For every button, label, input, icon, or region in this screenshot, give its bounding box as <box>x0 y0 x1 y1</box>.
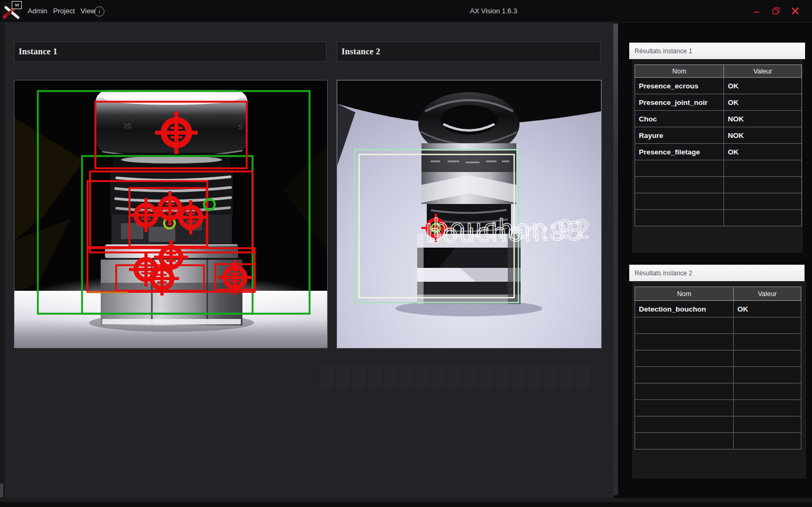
result-value <box>724 160 802 177</box>
result-name <box>635 334 734 350</box>
results2-panel-body: Nom Valeur Detection_bouchonOK <box>632 281 805 478</box>
instance1-header: Instance 1 <box>14 42 327 62</box>
table-row <box>635 317 801 334</box>
app-logo-icon: Vi <box>2 1 22 21</box>
ghost-annotation: bouchon:93 bouchon:92 <box>425 213 591 248</box>
window-controls <box>752 0 799 22</box>
table-row <box>635 383 801 400</box>
table-row <box>635 160 802 177</box>
result-name <box>635 160 724 177</box>
annotation-text: bouchon:92 <box>433 213 592 244</box>
menu-view[interactable]: View <box>80 7 95 15</box>
result-name: Detection_bouchon <box>635 301 734 317</box>
results1-panel-body: Nom Valeur Presence_ecrousOKPresence_joi… <box>632 59 802 252</box>
menu-admin[interactable]: Admin <box>28 7 47 15</box>
result-value: NOK <box>724 127 802 144</box>
app-window: Vi Admin Project View i AX Vision 1.6.3 <box>0 0 812 507</box>
result-value <box>734 334 801 350</box>
result-name <box>635 193 724 210</box>
result-name <box>635 416 734 433</box>
result-value <box>734 416 801 433</box>
result-name: Presence_ecrous <box>635 78 724 94</box>
info-icon[interactable]: i <box>94 6 104 17</box>
result-value <box>734 400 801 416</box>
result-value <box>734 367 801 383</box>
cap-marking-s: S <box>238 123 243 131</box>
left-edge-shade <box>0 22 5 498</box>
result-name <box>635 433 734 449</box>
left-tick <box>0 484 3 497</box>
result-value: OK <box>734 301 801 317</box>
title-bar: Vi Admin Project View i AX Vision 1.6.3 <box>0 0 812 22</box>
app-title: AX Vision 1.6.3 <box>470 7 517 15</box>
result-value: OK <box>724 144 802 160</box>
instance1-title: Instance 1 <box>19 47 58 56</box>
column-header-valeur: Valeur <box>734 287 801 301</box>
result-value <box>734 383 801 400</box>
table-row: Presence_joint_noirOK <box>635 94 802 111</box>
result-value <box>734 317 801 334</box>
bottom-strip <box>0 498 812 502</box>
instance1-image: 25 S <box>14 80 328 348</box>
result-name <box>635 400 734 416</box>
column-header-valeur: Valeur <box>724 65 802 78</box>
instance1-photo: 25 S <box>14 80 327 348</box>
column-header-nom: Nom <box>635 287 734 301</box>
table-row <box>635 433 801 449</box>
result-name <box>635 177 724 193</box>
logo-badge: Vi <box>12 1 22 9</box>
result-value <box>724 193 802 210</box>
table-row: Detection_bouchonOK <box>635 301 801 317</box>
table-row <box>635 334 801 350</box>
ghost-artifact <box>320 365 589 389</box>
result-value <box>734 433 801 449</box>
instance2-photo: bouchon:93 bouchon:92 <box>337 80 601 348</box>
table-row: ChocNOK <box>635 111 802 127</box>
result-name: Rayure <box>635 127 724 144</box>
maximize-button[interactable] <box>772 7 780 15</box>
cap-marking-25: 25 <box>124 122 131 130</box>
results1-panel-header: Résultats instance 1 <box>629 43 805 59</box>
result-name <box>635 350 734 367</box>
table-row <box>635 367 801 383</box>
menu-bar: Admin Project View <box>28 0 95 22</box>
instance2-header: Instance 2 <box>337 42 600 62</box>
results1-table: Nom Valeur Presence_ecrousOKPresence_joi… <box>635 64 802 226</box>
gland-part-2 <box>417 92 521 304</box>
result-value <box>724 210 802 226</box>
table-row: RayureNOK <box>635 127 802 144</box>
table-row: Presence_filetageOK <box>635 144 802 160</box>
instance2-title: Instance 2 <box>342 47 380 56</box>
table-row: Presence_ecrousOK <box>635 78 802 94</box>
table-row <box>635 400 801 416</box>
minimize-button[interactable] <box>752 7 761 15</box>
vertical-scrollbar[interactable] <box>613 23 618 495</box>
result-name: Presence_joint_noir <box>635 94 724 111</box>
menu-project[interactable]: Project <box>53 7 75 15</box>
results2-table: Nom Valeur Detection_bouchonOK <box>635 287 801 449</box>
result-value: OK <box>724 78 802 94</box>
result-value <box>734 350 801 367</box>
result-name: Presence_filetage <box>635 144 724 160</box>
column-header-nom: Nom <box>635 65 724 78</box>
table-row <box>635 177 802 193</box>
results2-panel-header: Résultats instance 2 <box>629 265 805 281</box>
result-name: Choc <box>635 111 724 127</box>
table-row <box>635 350 801 367</box>
result-value: NOK <box>724 111 802 127</box>
result-name <box>635 317 734 334</box>
scrollbar-thumb[interactable] <box>613 23 618 495</box>
results1-title: Résultats instance 1 <box>635 47 692 55</box>
table-row <box>635 193 802 210</box>
result-name <box>635 383 734 400</box>
result-value <box>724 177 802 193</box>
close-button[interactable] <box>791 7 799 15</box>
result-name <box>635 210 724 226</box>
results2-title: Résultats instance 2 <box>635 269 692 277</box>
instance2-image: bouchon:93 bouchon:92 <box>337 80 602 348</box>
result-value: OK <box>724 94 802 111</box>
table-row <box>635 210 802 226</box>
window-bottom-edge <box>0 502 812 507</box>
table-row <box>635 416 801 433</box>
result-name <box>635 367 734 383</box>
